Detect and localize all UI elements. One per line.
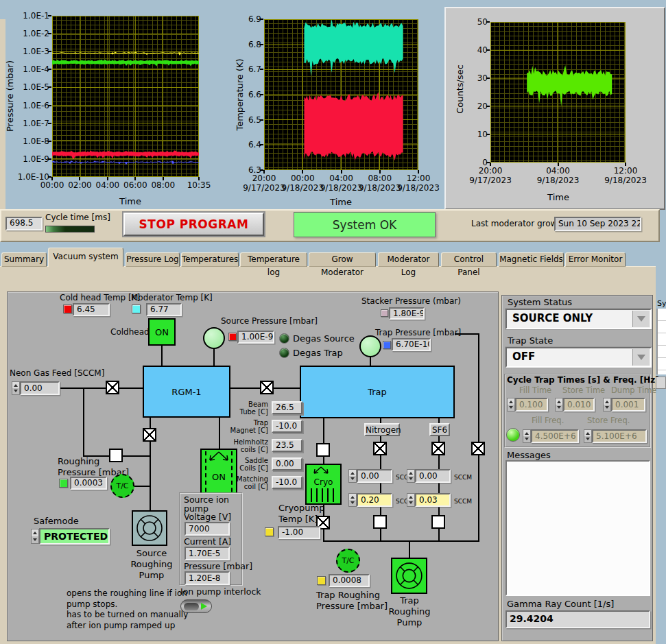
trap-roughing-pressure-label: Trap Roughing Pressure [mbar] (316, 590, 388, 612)
dump-time-spinner[interactable] (603, 398, 611, 412)
y-tick-label: 50 (449, 17, 488, 27)
system-status-label: System Status (508, 298, 572, 307)
y-tick-mark (260, 44, 263, 45)
ion-pump-title: Source ion pump (184, 495, 241, 513)
trap-roughing-pump-label: Trap Roughing Pump (379, 595, 440, 628)
neon-feed-spinner[interactable] (12, 381, 20, 395)
counts-chart: Counts/sec Time 5040302010020:00 9/17/20… (446, 8, 661, 206)
sf6-lower-valve[interactable] (431, 515, 445, 529)
rgm1-vessel: RGM-1 (143, 366, 230, 418)
y-tick-mark (486, 77, 490, 79)
partial-window-listbox (656, 309, 666, 374)
trap-state-label: Trap State (508, 336, 553, 345)
nitrogen-lower-valve[interactable] (373, 515, 387, 529)
tab-control-panel[interactable]: Control Panel (441, 252, 497, 267)
nitrogen-valve[interactable] (373, 442, 387, 455)
degas-trap-label: Degas Trap (293, 348, 343, 357)
ion-pressure-value: 1.20E-8 (185, 571, 230, 585)
store-freq-label: Store Freq. (587, 416, 630, 425)
n2-actual-value: 0.00 (357, 469, 392, 483)
pipe-line (83, 388, 84, 457)
trap-roughing-square (317, 576, 326, 585)
tab-temperatures[interactable]: Temperatures (181, 252, 239, 267)
pump-icon (392, 559, 426, 593)
roughing-status-square (59, 479, 68, 488)
tab-magnetic-fields[interactable]: Magnetic Fields (499, 252, 564, 267)
y-tick-label: 1.0E-6 (11, 101, 49, 110)
moderator-temp-label: Moderator Temp [K] (131, 294, 213, 302)
fill-freq-spinner[interactable] (523, 429, 531, 443)
chevron-down-icon[interactable] (632, 349, 650, 366)
fill-time-spinner[interactable] (507, 398, 515, 412)
trap-roughing-pump[interactable] (391, 558, 427, 594)
safemode-label: Safemode (34, 516, 79, 525)
temperature-plot-area (264, 19, 418, 170)
tab-vacuum-system[interactable]: Vacuum system (48, 248, 123, 267)
y-tick-mark (48, 105, 51, 106)
tab-error-monitor[interactable]: Error Monitor (565, 252, 626, 267)
tab-grow-moderator[interactable]: Grow Moderator (309, 252, 376, 267)
n2-actual-spinner[interactable] (348, 469, 357, 483)
counts-x-axis-title: Time (547, 192, 569, 202)
sf6-set-spinner[interactable] (407, 493, 415, 507)
x-tick-label: 12:00 9/18/2023 (388, 174, 449, 193)
cryo-label: Cryo (307, 477, 340, 487)
ion-pressure-label: Pressure [mbar] (184, 562, 252, 571)
y-tick-label: 6.9 (223, 14, 261, 24)
y-tick-mark (486, 106, 490, 107)
y-tick-mark (260, 144, 263, 145)
fill-time-label: Fill Time (519, 386, 551, 395)
source-ion-pump-group: Source ion pump Voltage [V] 7000 Current… (179, 492, 243, 586)
partial-window-text: Sy (657, 299, 666, 308)
store-time-value[interactable]: 0.010 (563, 398, 595, 412)
store-freq-spinner[interactable] (584, 429, 592, 443)
safemode-value-box[interactable]: PROTECTED (39, 528, 110, 545)
n2-setpoint-value[interactable]: 0.20 (357, 493, 392, 507)
coldhead-on-button[interactable]: ON (148, 318, 176, 346)
x-tick-label: 04:00 9/18/2023 (527, 166, 589, 185)
cryo-pump[interactable]: Cryo (305, 464, 342, 505)
trap-pressure-square (383, 341, 391, 349)
sf6-actual-spinner[interactable] (407, 469, 415, 483)
trap-state-dropdown[interactable]: OFF (506, 347, 652, 368)
sf6-label: SF6 (432, 425, 447, 435)
n2-set-spinner[interactable] (348, 493, 357, 507)
fill-time-value[interactable]: 0.100 (515, 398, 548, 412)
store-freq-value[interactable]: 5.100E+6 (592, 429, 647, 443)
rgm1-trap-valve[interactable] (260, 381, 274, 394)
tab-pressure-log[interactable]: Pressure Log (126, 252, 180, 267)
sf6-setpoint-value[interactable]: 0.03 (415, 493, 451, 507)
safemode-spinner[interactable] (31, 529, 39, 544)
dump-time-value[interactable]: 0.001 (611, 398, 645, 412)
tab-summary[interactable]: Summary (1, 252, 47, 267)
sf6-set-unit: SCCM (454, 497, 472, 506)
trap-roughing-valve[interactable] (471, 442, 485, 455)
chevron-down-icon[interactable] (632, 311, 650, 327)
last-moderator-value: Sun 10 Sep 2023 22:34 (554, 217, 641, 231)
cryo-inlet-valve[interactable] (316, 443, 330, 457)
tc-label: T/C (116, 481, 128, 490)
degas-source-led[interactable] (279, 333, 289, 344)
tab-moderator-log[interactable]: Moderator Log (378, 252, 439, 267)
stop-program-label: STOP PROGRAM (139, 217, 249, 231)
y-tick-mark (48, 33, 51, 34)
neon-feed-valve[interactable] (106, 381, 119, 394)
degas-trap-led[interactable] (279, 348, 289, 358)
system-status-dropdown[interactable]: SOURCE ONLY (506, 309, 652, 329)
store-time-spinner[interactable] (555, 398, 563, 412)
stop-program-button[interactable]: STOP PROGRAM (123, 213, 264, 236)
y-tick-label: 1.0E-2 (11, 29, 49, 38)
rgm1-roughing-valve[interactable] (143, 428, 156, 442)
tab-temperature-log[interactable]: Temperature log (240, 252, 307, 267)
y-tick-label: 6.6 (223, 90, 261, 99)
sf6-valve[interactable] (431, 442, 445, 455)
y-tick-mark (260, 19, 263, 20)
fill-freq-value[interactable]: 4.500E+6 (531, 429, 579, 443)
messages-box (506, 460, 650, 596)
y-tick-mark (486, 134, 490, 135)
saddle-coils-value: 0.00 (272, 457, 302, 470)
stacker-pressure-value: 1.80E-9 (389, 307, 425, 320)
neon-feed-value[interactable]: 0.00 (20, 381, 60, 395)
y-tick-label: 6.7 (223, 64, 261, 74)
source-roughing-pump[interactable] (132, 510, 167, 546)
